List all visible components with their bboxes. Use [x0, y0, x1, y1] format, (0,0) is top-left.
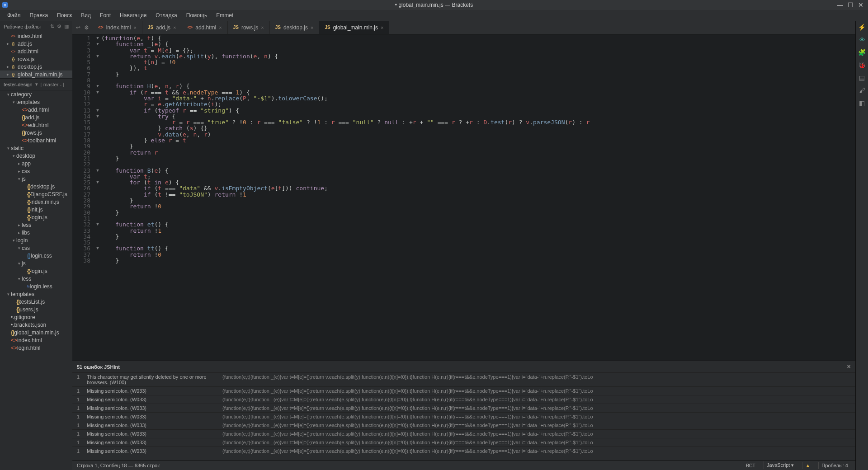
tree-folder[interactable]: ▾login	[0, 236, 72, 244]
tab-close-icon[interactable]: ×	[381, 25, 383, 30]
menu-навигация[interactable]: Навигация	[115, 10, 151, 20]
menu-правка[interactable]: Правка	[25, 10, 53, 20]
close-panel-icon[interactable]: ✕	[847, 364, 851, 370]
split-icon[interactable]: ▥	[64, 24, 69, 29]
brush-icon[interactable]: 🖌	[859, 87, 865, 94]
tree-file[interactable]: <>add.html	[0, 106, 72, 113]
sort-icon[interactable]: ⇅	[50, 24, 54, 29]
project-name: tester-design	[4, 82, 33, 87]
tree-folder[interactable]: ▾static	[0, 144, 72, 152]
working-file[interactable]: <>index.html	[0, 32, 72, 40]
tab[interactable]: JSdesktop.js×	[270, 21, 320, 34]
tree-folder[interactable]: ▾less	[0, 275, 72, 282]
working-file[interactable]: ●{}desktop.js	[0, 63, 72, 70]
problem-row[interactable]: 1Missing semicolon. (W033)(function(e,t)…	[72, 412, 855, 421]
problem-row[interactable]: 1Missing semicolon. (W033)(function(e,t)…	[72, 404, 855, 412]
svg-text:B: B	[4, 3, 6, 7]
tree-file[interactable]: {}add.js	[0, 113, 72, 121]
problem-row[interactable]: 1Missing semicolon. (W033)(function(e,t)…	[72, 446, 855, 455]
ruler-icon[interactable]: ▤	[859, 74, 865, 81]
tab[interactable]: <>index.html×	[93, 21, 142, 34]
tree-file[interactable]: {}login.js	[0, 267, 72, 275]
working-files-label: Рабочие файлы	[4, 24, 41, 29]
tree-folder[interactable]: ▸app	[0, 160, 72, 167]
menu-emmet[interactable]: Emmet	[212, 10, 238, 20]
working-file[interactable]: {}rows.js	[0, 55, 72, 63]
tree-file[interactable]: {}login.css	[0, 252, 72, 259]
tree-file[interactable]: •.gitignore	[0, 313, 72, 321]
tree-file[interactable]: {}testsList.js	[0, 298, 72, 306]
tree-file[interactable]: <>toolbar.html	[0, 136, 72, 144]
menu-отладка[interactable]: Отладка	[151, 10, 181, 20]
tree-folder[interactable]: ▾css	[0, 244, 72, 252]
problem-row[interactable]: 1This character may get silently deleted…	[72, 372, 855, 386]
maximize-button[interactable]: ☐	[848, 1, 854, 9]
file-tree: ▾category▾templates<>add.html{}add.js<>e…	[0, 90, 72, 352]
tree-folder[interactable]: ▾js	[0, 259, 72, 267]
menu-помощь[interactable]: Помощь	[182, 10, 212, 20]
live-preview-icon[interactable]: ⚡	[858, 24, 866, 31]
eye-icon[interactable]: 👁	[859, 36, 865, 43]
tree-folder[interactable]: ▾js	[0, 175, 72, 183]
tree-file[interactable]: {}desktop.js	[0, 183, 72, 190]
tree-file[interactable]: <>edit.html	[0, 121, 72, 129]
language-mode[interactable]: JavaScript ▾	[764, 461, 797, 469]
tab-close-icon[interactable]: ×	[311, 25, 313, 30]
problem-row[interactable]: 1Missing semicolon. (W033)(function(e,t)…	[72, 386, 855, 395]
tab[interactable]: JSrows.js×	[228, 21, 270, 34]
cursor-position[interactable]: Строка 1, Столбец 18 — 6365 строк	[77, 463, 160, 468]
problem-row[interactable]: 1Missing semicolon. (W033)(function(e,t)…	[72, 395, 855, 404]
tab[interactable]: JSadd.js×	[142, 21, 182, 34]
git-branch: [ master - ]	[41, 82, 65, 87]
tree-folder[interactable]: ▸css	[0, 167, 72, 175]
tab-gear-icon[interactable]: ⚙	[84, 24, 89, 31]
minimize-button[interactable]: —	[837, 1, 843, 9]
lint-status-icon[interactable]: ▲	[802, 462, 813, 469]
tree-file[interactable]: <>login.html	[0, 344, 72, 352]
problem-row[interactable]: 1Missing semicolon. (W033)(function(e,t)…	[72, 429, 855, 438]
tree-file[interactable]: {}DjangoCSRF.js	[0, 190, 72, 198]
menu-файл[interactable]: Файл	[3, 10, 25, 20]
tree-file[interactable]: {}index.min.js	[0, 198, 72, 206]
tab-close-icon[interactable]: ×	[261, 25, 264, 30]
menu-вид[interactable]: Вид	[76, 10, 95, 20]
tree-file[interactable]: lslogin.less	[0, 282, 72, 290]
problem-row[interactable]: 1Missing semicolon. (W033)(function(e,t)…	[72, 421, 855, 429]
insert-mode[interactable]: ВСТ	[743, 462, 758, 469]
tree-file[interactable]: <>index.html	[0, 336, 72, 344]
project-header[interactable]: tester-design ▾ [ master - ]	[0, 78, 72, 90]
tree-file[interactable]: •.brackets.json	[0, 321, 72, 329]
tree-folder[interactable]: ▸libs	[0, 229, 72, 236]
working-file[interactable]: ●{}add.js	[0, 40, 72, 47]
code-editor[interactable]: 1234567891011121314151617181920212223242…	[72, 34, 855, 361]
problem-row[interactable]: 1Missing semicolon. (W033)(function(e,t)…	[72, 438, 855, 446]
titlebar: B • global_main.min.js — Brackets — ☐ ✕	[0, 0, 868, 10]
tab-close-icon[interactable]: ×	[173, 25, 176, 30]
tree-file[interactable]: {}login.js	[0, 213, 72, 221]
tab[interactable]: JSglobal_main.min.js×	[319, 21, 389, 34]
bug-icon[interactable]: 🐞	[858, 61, 866, 69]
menu-поиск[interactable]: Поиск	[52, 10, 76, 20]
gear-icon[interactable]: ⚙	[57, 24, 61, 29]
working-file[interactable]: ●{}global_main.min.js	[0, 70, 72, 78]
extensions-icon[interactable]: 🧩	[858, 49, 866, 56]
nav-back-icon[interactable]: ↩	[76, 24, 80, 31]
tab-close-icon[interactable]: ×	[133, 25, 136, 30]
tree-file[interactable]: {}global_main.min.js	[0, 329, 72, 336]
tree-file[interactable]: {}rows.js	[0, 129, 72, 136]
tree-folder[interactable]: ▾category	[0, 90, 72, 98]
palette-icon[interactable]: ◧	[859, 99, 865, 107]
working-file[interactable]: <>add.html	[0, 47, 72, 55]
tree-folder[interactable]: ▸less	[0, 221, 72, 229]
tree-file[interactable]: {}init.js	[0, 206, 72, 213]
tree-folder[interactable]: ▾templates	[0, 290, 72, 298]
tree-file[interactable]: {}users.js	[0, 306, 72, 313]
tree-folder[interactable]: ▾desktop	[0, 152, 72, 160]
menu-font[interactable]: Font	[95, 10, 115, 20]
sidebar: Рабочие файлы ⇅ ⚙ ▥ <>index.html●{}add.j…	[0, 21, 72, 470]
tab[interactable]: <>add.html×	[182, 21, 228, 34]
tree-folder[interactable]: ▾templates	[0, 98, 72, 106]
indent-mode[interactable]: Пробелы: 4	[818, 462, 851, 469]
tab-close-icon[interactable]: ×	[219, 25, 222, 30]
close-button[interactable]: ✕	[858, 1, 863, 9]
